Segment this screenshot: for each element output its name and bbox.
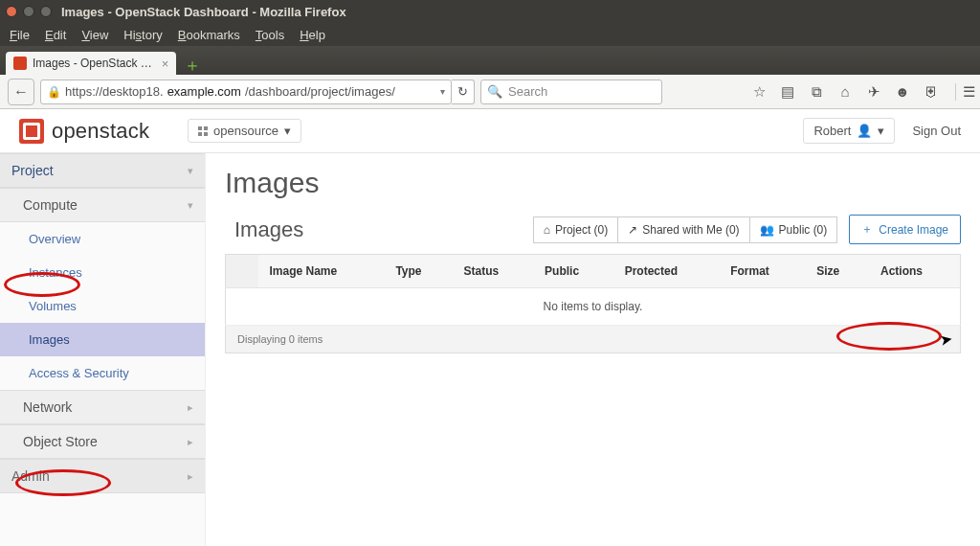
images-table: Image Name Type Status Public Protected …: [225, 254, 961, 353]
col-size[interactable]: Size: [805, 255, 869, 288]
chevron-down-icon: ▾: [188, 199, 193, 212]
chevron-right-icon: ▸: [188, 436, 193, 448]
chevron-down-icon: ▾: [188, 165, 193, 177]
col-status[interactable]: Status: [453, 255, 534, 288]
brand[interactable]: openstack: [19, 119, 149, 144]
sidebar-section-compute[interactable]: Compute ▾: [0, 188, 205, 222]
chevron-right-icon: ▸: [188, 470, 193, 483]
tab-strip: Images - OpenStack … × ＋: [0, 46, 980, 75]
page-title: Images: [225, 167, 961, 199]
project-switcher-label: opensource: [213, 124, 278, 138]
menu-bookmarks[interactable]: Bookmarks: [178, 28, 240, 42]
url-host: example.com: [167, 84, 241, 99]
pocket-icon[interactable]: ⧉: [808, 83, 825, 101]
table-empty-text: No items to display.: [226, 288, 961, 326]
col-image-name[interactable]: Image Name: [258, 255, 385, 288]
home-icon: ⌂: [544, 223, 550, 237]
filter-shared[interactable]: ↗Shared with Me (0): [618, 216, 749, 243]
hamburger-menu-icon[interactable]: ☰: [955, 83, 972, 101]
col-public[interactable]: Public: [533, 255, 613, 288]
filter-label: Public (0): [779, 223, 828, 237]
plus-icon: ＋: [861, 221, 873, 238]
menu-file[interactable]: File: [10, 28, 30, 42]
sidebar-item-access-security[interactable]: Access & Security: [0, 356, 205, 390]
user-icon: 👤: [857, 124, 872, 138]
chevron-down-icon: ▾: [284, 124, 291, 138]
new-tab-button[interactable]: ＋: [182, 56, 203, 75]
table-footer-text: Displaying 0 items: [226, 326, 961, 353]
section-header: Images ⌂Project (0) ↗Shared with Me (0) …: [225, 215, 961, 244]
browser-search[interactable]: 🔍 Search: [480, 80, 662, 104]
sidebar-item-images[interactable]: Images: [0, 323, 205, 356]
col-checkbox[interactable]: [226, 255, 258, 288]
sidebar-section-label: Object Store: [23, 434, 98, 449]
tab-favicon-icon: [13, 57, 27, 70]
window-close-icon[interactable]: [6, 6, 17, 17]
menu-tools[interactable]: Tools: [256, 28, 284, 42]
grid-icon: [198, 126, 208, 136]
chat-icon[interactable]: ☻: [894, 83, 911, 100]
dashboard-topbar: openstack opensource ▾ Robert 👤 ▾ Sign O…: [0, 109, 980, 153]
col-protected[interactable]: Protected: [613, 255, 720, 288]
user-name: Robert: [813, 124, 851, 138]
sidebar-item-instances[interactable]: Instances: [0, 256, 205, 289]
col-type[interactable]: Type: [384, 255, 452, 288]
url-path: /dashboard/project/images/: [245, 84, 395, 99]
section-title: Images: [234, 217, 303, 242]
chevron-right-icon: ▸: [188, 401, 193, 414]
library-icon[interactable]: ▤: [779, 83, 796, 101]
sidebar-section-network[interactable]: Network ▸: [0, 390, 205, 424]
col-format[interactable]: Format: [719, 255, 805, 288]
window-minimize-icon[interactable]: [23, 6, 34, 17]
bookmark-star-icon[interactable]: ☆: [750, 83, 768, 101]
image-filters: ⌂Project (0) ↗Shared with Me (0) 👥Public…: [533, 216, 838, 243]
tab-title: Images - OpenStack …: [33, 57, 152, 70]
sidebar: Project ▾ Compute ▾ Overview Instances V…: [0, 153, 206, 546]
sidebar-section-label: Compute: [23, 197, 78, 213]
browser-toolbar: ← 🔒 https://desktop18.example.com/dashbo…: [0, 75, 980, 109]
app-menubar: File Edit View History Bookmarks Tools H…: [0, 23, 980, 46]
sidebar-section-object-store[interactable]: Object Store ▸: [0, 424, 205, 459]
sign-out-link[interactable]: Sign Out: [912, 124, 961, 138]
brand-name: openstack: [52, 119, 149, 144]
project-switcher[interactable]: opensource ▾: [188, 119, 301, 143]
menu-help[interactable]: Help: [300, 28, 325, 42]
menu-edit[interactable]: Edit: [45, 28, 66, 42]
filter-public[interactable]: 👥Public (0): [750, 216, 838, 243]
create-image-button[interactable]: ＋ Create Image: [849, 215, 961, 244]
user-menu[interactable]: Robert 👤 ▾: [803, 118, 895, 144]
people-icon: 👥: [760, 223, 774, 237]
page: openstack opensource ▾ Robert 👤 ▾ Sign O…: [0, 109, 980, 546]
window-maximize-icon[interactable]: [40, 6, 52, 17]
reload-button[interactable]: ↻: [452, 80, 475, 104]
window-title: Images - OpenStack Dashboard - Mozilla F…: [61, 5, 346, 19]
sidebar-section-project[interactable]: Project ▾: [0, 153, 205, 188]
sidebar-section-label: Admin: [11, 468, 50, 484]
main-panel: Images Images ⌂Project (0) ↗Shared with …: [206, 153, 980, 546]
search-icon: 🔍: [487, 84, 502, 99]
home-icon[interactable]: ⌂: [836, 83, 854, 100]
search-placeholder: Search: [508, 84, 547, 99]
browser-tab[interactable]: Images - OpenStack … ×: [6, 52, 176, 75]
sidebar-section-admin[interactable]: Admin ▸: [0, 459, 205, 493]
filter-project[interactable]: ⌂Project (0): [533, 216, 619, 243]
url-prefix: https://desktop18.: [65, 84, 164, 99]
shield-icon[interactable]: ⛨: [923, 83, 940, 100]
sidebar-item-volumes[interactable]: Volumes: [0, 289, 205, 323]
filter-label: Shared with Me (0): [642, 223, 739, 237]
sidebar-section-label: Project: [11, 163, 54, 178]
chevron-down-icon: ▾: [878, 124, 884, 138]
send-icon[interactable]: ✈: [865, 83, 882, 101]
back-button[interactable]: ←: [8, 79, 34, 105]
menu-view[interactable]: View: [81, 28, 108, 42]
openstack-logo-icon: [19, 119, 44, 144]
menu-history[interactable]: History: [123, 28, 162, 42]
sidebar-section-label: Network: [23, 399, 72, 415]
filter-label: Project (0): [555, 223, 608, 237]
sidebar-item-overview[interactable]: Overview: [0, 222, 205, 256]
create-image-label: Create Image: [879, 223, 948, 237]
tab-close-icon[interactable]: ×: [162, 57, 169, 71]
url-bar[interactable]: 🔒 https://desktop18.example.com/dashboar…: [40, 80, 452, 104]
share-icon: ↗: [628, 223, 637, 237]
url-dropdown-icon[interactable]: ▾: [440, 86, 445, 97]
